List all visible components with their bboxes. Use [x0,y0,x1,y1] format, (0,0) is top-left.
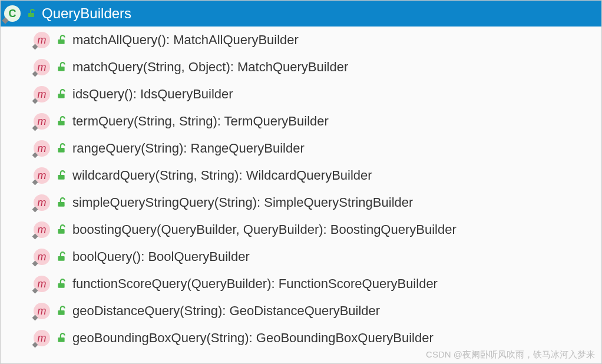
method-signature: geoDistanceQuery(String): GeoDistanceQue… [72,303,380,319]
method-signature: boolQuery(): BoolQueryBuilder [72,249,250,264]
method-item[interactable]: mwildcardQuery(String, String): Wildcard… [1,162,601,189]
unlock-icon [56,279,67,289]
method-signature: boostingQuery(QueryBuilder, QueryBuilder… [72,222,457,237]
method-icon: m [34,330,50,346]
method-icon: m [34,113,50,130]
unlock-icon [56,306,67,316]
header: C QueryBuilders [1,1,601,27]
svg-rect-9 [58,256,64,261]
static-badge-icon [2,17,8,24]
method-item[interactable]: mmatchAllQuery(): MatchAllQueryBuilder [1,27,601,54]
svg-rect-11 [58,310,64,315]
unlock-icon [56,62,67,72]
method-item[interactable]: mboostingQuery(QueryBuilder, QueryBuilde… [1,216,601,243]
class-icon-letter: C [9,8,16,20]
method-signature: idsQuery(): IdsQueryBuilder [72,87,233,102]
method-signature: termQuery(String, String): TermQueryBuil… [72,114,329,129]
svg-rect-5 [58,148,64,153]
unlock-icon [56,252,67,262]
svg-rect-2 [58,67,64,71]
class-name: QueryBuilders [42,5,131,22]
svg-rect-3 [58,94,64,98]
method-item[interactable]: mgeoDistanceQuery(String): GeoDistanceQu… [1,297,601,325]
structure-view-panel: C QueryBuilders mmatchAllQuery(): MatchA… [0,0,602,364]
svg-rect-0 [28,13,34,17]
method-item[interactable]: mmatchQuery(String, Object): MatchQueryB… [1,54,601,81]
svg-rect-10 [58,283,64,288]
svg-rect-6 [58,175,64,180]
method-icon: m [34,276,50,292]
svg-rect-4 [58,121,64,125]
method-list: mmatchAllQuery(): MatchAllQueryBuildermm… [1,27,601,363]
unlock-icon [56,116,67,127]
method-icon: m [34,303,50,319]
method-item[interactable]: mboolQuery(): BoolQueryBuilder [1,243,601,270]
unlock-icon [27,9,36,18]
method-icon: m [34,249,50,265]
unlock-icon [56,143,67,154]
method-item[interactable]: mrangeQuery(String): RangeQueryBuilder [1,135,601,162]
method-item[interactable]: midsQuery(): IdsQueryBuilder [1,81,601,108]
method-item[interactable]: mgeoBoundingBoxQuery(String): GeoBoundin… [1,325,601,352]
method-icon: m [34,167,50,184]
method-signature: functionScoreQuery(QueryBuilder): Functi… [72,276,438,292]
method-signature: geoBoundingBoxQuery(String): GeoBounding… [72,330,434,346]
method-icon: m [34,86,50,102]
method-item[interactable]: msimpleQueryStringQuery(String): SimpleQ… [1,189,601,216]
method-icon: m [34,32,50,48]
method-signature: wildcardQuery(String, String): WildcardQ… [72,168,372,183]
unlock-icon [56,197,67,208]
unlock-icon [56,89,67,100]
svg-rect-1 [58,39,64,44]
class-icon: C [4,5,21,22]
method-signature: simpleQueryStringQuery(String): SimpleQu… [72,195,413,210]
method-icon: m [34,221,50,238]
method-item[interactable]: mtermQuery(String, String): TermQueryBui… [1,108,601,135]
method-icon: m [34,194,50,211]
method-signature: matchQuery(String, Object): MatchQueryBu… [72,59,348,75]
svg-rect-8 [58,229,64,234]
unlock-icon [56,170,67,181]
unlock-icon [56,333,67,343]
svg-rect-12 [58,337,64,342]
method-signature: matchAllQuery(): MatchAllQueryBuilder [72,32,299,48]
method-icon: m [34,140,50,157]
method-icon: m [34,59,50,75]
svg-rect-7 [58,202,64,207]
method-item[interactable]: mfunctionScoreQuery(QueryBuilder): Funct… [1,270,601,297]
unlock-icon [56,224,67,235]
method-signature: rangeQuery(String): RangeQueryBuilder [72,141,305,156]
unlock-icon [56,35,67,45]
